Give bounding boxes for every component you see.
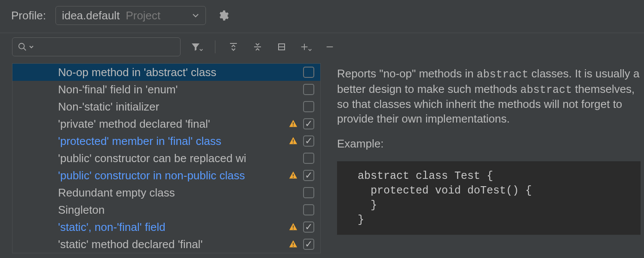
collapse-all-button[interactable] — [250, 39, 265, 55]
svg-line-1 — [24, 48, 26, 51]
inspection-row[interactable]: Non-'static' initializer — [12, 98, 320, 115]
example-label: Example: — [337, 137, 641, 151]
enable-checkbox[interactable] — [303, 135, 314, 147]
inspection-row[interactable]: No-op method in 'abstract' class — [12, 64, 320, 81]
search-input-wrapper[interactable] — [12, 37, 181, 56]
severity-cell — [288, 171, 299, 180]
svg-rect-18 — [293, 246, 294, 247]
remove-button[interactable] — [322, 39, 337, 55]
svg-rect-14 — [293, 177, 294, 178]
warning-icon — [288, 240, 298, 249]
inspection-row[interactable]: Singleton — [12, 201, 320, 218]
inspection-label: 'static', non-'final' field — [58, 221, 288, 234]
inspection-tree[interactable]: No-op method in 'abstract' classNon-'fin… — [12, 63, 321, 253]
severity-cell — [288, 240, 299, 249]
inspection-label: No-op method in 'abstract' class — [58, 66, 288, 79]
inspection-label: Non-'static' initializer — [58, 100, 288, 114]
svg-rect-9 — [293, 122, 294, 125]
enable-checkbox[interactable] — [303, 101, 314, 112]
profile-toolbar: Profile: idea.default Project — [0, 0, 644, 33]
chevron-down-icon — [29, 44, 34, 49]
inspection-row[interactable]: 'private' method declared 'final' — [12, 115, 320, 132]
inspection-row[interactable]: 'protected' member in 'final' class — [12, 132, 320, 150]
svg-rect-16 — [293, 229, 294, 230]
toolbar-separator — [215, 40, 215, 53]
svg-rect-11 — [293, 139, 294, 142]
profile-dropdown[interactable]: idea.default Project — [55, 6, 206, 25]
inspection-description: Reports "no-op" methods in abstract clas… — [337, 67, 641, 126]
svg-rect-13 — [293, 174, 294, 176]
inspection-label: Redundant empty class — [58, 186, 288, 200]
inspection-tree-panel: No-op method in 'abstract' classNon-'fin… — [0, 60, 321, 253]
gear-icon — [217, 9, 229, 22]
reset-button[interactable] — [274, 39, 289, 55]
inspection-label: 'private' method declared 'final' — [58, 117, 288, 131]
expand-all-icon — [228, 42, 239, 52]
severity-cell — [288, 222, 299, 232]
enable-checkbox[interactable] — [303, 187, 314, 198]
minus-icon — [325, 42, 334, 52]
enable-checkbox[interactable] — [303, 239, 314, 250]
profile-name: idea.default — [62, 9, 120, 22]
chevron-down-icon — [199, 48, 203, 52]
inspection-label: Non-'final' field in 'enum' — [58, 83, 288, 96]
enable-checkbox[interactable] — [303, 118, 314, 129]
enable-checkbox[interactable] — [303, 67, 314, 78]
enable-checkbox[interactable] — [303, 221, 314, 233]
chevron-down-icon — [308, 48, 312, 52]
inspection-label: 'public' constructor in non-public class — [58, 169, 288, 182]
enable-checkbox[interactable] — [303, 84, 314, 95]
expand-all-button[interactable] — [226, 39, 241, 55]
inspection-row[interactable]: Non-'final' field in 'enum' — [12, 81, 320, 98]
enable-checkbox[interactable] — [303, 204, 314, 215]
profile-label: Profile: — [11, 9, 46, 22]
settings-button[interactable] — [215, 8, 231, 23]
warning-icon — [288, 222, 298, 232]
severity-cell — [288, 136, 299, 146]
inspection-label: 'protected' member in 'final' class — [58, 135, 288, 148]
inspection-row[interactable]: Redundant empty class — [12, 184, 320, 201]
profile-scope: Project — [126, 9, 160, 22]
code-example: abstract class Test { protected void doT… — [337, 161, 641, 235]
svg-point-0 — [19, 43, 25, 49]
enable-checkbox[interactable] — [303, 153, 314, 164]
warning-icon — [288, 136, 298, 146]
inspection-row[interactable]: 'public' constructor in non-public class — [12, 167, 320, 184]
reset-icon — [276, 42, 287, 52]
svg-rect-12 — [293, 143, 294, 144]
severity-cell — [288, 119, 299, 129]
svg-rect-15 — [293, 225, 294, 228]
warning-icon — [288, 119, 298, 129]
add-button[interactable] — [298, 39, 313, 55]
main-content: No-op method in 'abstract' classNon-'fin… — [0, 60, 644, 253]
code-inline: abstract — [477, 68, 528, 81]
inspection-label: Singleton — [58, 203, 288, 217]
search-icon — [18, 42, 27, 52]
collapse-all-icon — [252, 42, 263, 52]
inspection-row[interactable]: 'static', non-'final' field — [12, 218, 320, 236]
svg-rect-17 — [293, 243, 294, 245]
search-input[interactable] — [36, 41, 175, 53]
inspection-toolbar — [0, 33, 644, 60]
inspection-row[interactable]: 'public' constructor can be replaced wi — [12, 150, 320, 167]
filter-button[interactable] — [189, 39, 205, 55]
warning-icon — [288, 171, 298, 180]
inspection-detail-panel: Reports "no-op" methods in abstract clas… — [321, 60, 644, 253]
svg-rect-10 — [293, 126, 294, 126]
inspection-label: 'public' constructor can be replaced wi — [58, 152, 288, 165]
chevron-down-icon — [192, 9, 199, 22]
code-inline: abstract — [520, 84, 572, 96]
inspection-row[interactable]: 'static' method declared 'final' — [12, 236, 320, 253]
inspection-label: 'static' method declared 'final' — [58, 238, 288, 251]
enable-checkbox[interactable] — [303, 170, 314, 181]
